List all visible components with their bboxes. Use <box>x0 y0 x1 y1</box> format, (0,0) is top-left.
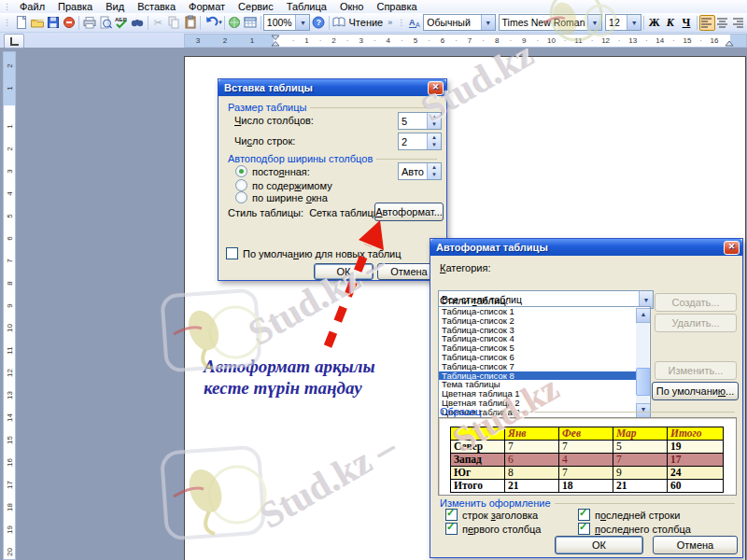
align-center-button[interactable] <box>715 15 731 31</box>
checkbox-checked-icon <box>445 523 458 535</box>
ruler-number: 7 <box>6 256 14 267</box>
scrollbar[interactable]: ▲ ▼ <box>636 308 649 418</box>
cols-spinner[interactable]: 5 ▲▼ <box>398 112 442 130</box>
default-for-new-tables-checkbox[interactable]: По умолчанию для новых таблиц <box>226 247 402 259</box>
zoom-combobox[interactable]: 100% ▼ <box>263 14 311 31</box>
styles-pane-icon[interactable]: АА <box>407 15 423 31</box>
menu-item[interactable]: Правка <box>51 1 99 13</box>
create-button[interactable]: Создать... <box>655 293 737 312</box>
v-ruler[interactable]: 211234567891011121314151617181920 <box>3 51 16 560</box>
print-preview-icon[interactable] <box>98 15 114 31</box>
checkbox-checked-icon <box>445 509 458 521</box>
spinner-arrows-icon[interactable]: ▲▼ <box>427 133 441 149</box>
ruler-number: 7 <box>468 35 472 47</box>
checkbox-checked-icon <box>578 523 590 535</box>
ruler-number: · <box>374 35 376 47</box>
h-ruler[interactable]: 3211·2·3·4·5·6·7·8·9·10·11·12·13·14·15·1… <box>184 34 747 48</box>
style-value: Обычный <box>427 17 470 28</box>
radio-fixed-width[interactable]: постоянная: <box>235 165 310 177</box>
autoformat-dialog-titlebar[interactable]: Автоформат таблицы ✕ <box>430 239 742 256</box>
ruler-number: · <box>564 35 567 47</box>
copy-icon[interactable] <box>166 15 182 31</box>
font-combobox[interactable]: Times New Roman ▼ <box>499 14 602 31</box>
right-indent-marker[interactable] <box>725 39 735 47</box>
italic-button[interactable]: К <box>662 15 678 31</box>
format-checkbox[interactable]: строк заголовка <box>445 509 578 522</box>
format-checkbox[interactable]: последней строки <box>578 509 726 522</box>
chevron-down-icon[interactable]: ▼ <box>295 15 309 30</box>
radio-autofit-contents[interactable]: по содержимому <box>235 179 332 191</box>
ruler-number: 4 <box>387 35 390 47</box>
styles-label: Стили таблиц: <box>440 295 509 306</box>
undo-icon[interactable] <box>203 15 218 31</box>
tab-selector-button[interactable] <box>4 34 24 49</box>
read-mode-label[interactable]: Чтение <box>346 17 387 28</box>
permission-icon[interactable] <box>61 15 77 31</box>
underline-button[interactable]: Ч <box>678 15 694 31</box>
spelling-icon[interactable]: АБВ <box>114 15 130 31</box>
save-icon[interactable] <box>45 15 61 31</box>
insert-table-dialog: Вставка таблицы ✕ Размер таблицы Число с… <box>218 78 447 281</box>
spinner-arrows-icon[interactable]: ▲▼ <box>427 163 441 179</box>
modify-button[interactable]: Изменить... <box>655 361 737 380</box>
ruler-number: 1 <box>6 83 14 94</box>
ruler-number: · <box>428 35 430 47</box>
style-combobox[interactable]: Обычный ▼ <box>423 14 495 31</box>
spinner-arrows-icon[interactable]: ▲▼ <box>427 113 441 129</box>
read-mode-icon[interactable] <box>331 15 346 31</box>
cut-icon[interactable]: ✂ <box>150 15 166 31</box>
research-icon[interactable] <box>130 15 146 31</box>
scrollbar-thumb[interactable] <box>636 368 651 396</box>
toolbar-options-icon[interactable]: » <box>386 18 394 27</box>
bold-button[interactable]: Ж <box>646 15 662 31</box>
paste-icon[interactable] <box>182 15 198 31</box>
indent-marker[interactable] <box>271 35 281 47</box>
ruler-number: 10 <box>547 35 556 47</box>
menu-item[interactable]: Вид <box>99 1 131 13</box>
menu-item[interactable]: Файл <box>13 1 51 13</box>
ok-button[interactable]: ОК <box>314 263 374 280</box>
menu-item[interactable]: Справка <box>370 1 423 13</box>
svg-text:?: ? <box>317 18 322 27</box>
align-right-button[interactable] <box>731 15 747 31</box>
help-icon[interactable]: ? <box>310 15 326 31</box>
insert-dialog-titlebar[interactable]: Вставка таблицы ✕ <box>218 79 446 96</box>
close-icon[interactable]: ✕ <box>428 81 444 95</box>
sample-table: ЯнвФевМарИтогоСевер77519Запад64717Юг8792… <box>450 427 724 493</box>
chevron-down-icon[interactable]: ▼ <box>481 15 495 30</box>
align-left-button[interactable] <box>699 15 715 31</box>
chevron-down-icon[interactable]: ▼ <box>627 15 641 30</box>
category-label: Категория: <box>440 262 491 273</box>
menu-item[interactable]: Таблица <box>280 1 333 13</box>
rows-spinner[interactable]: 2 ▲▼ <box>398 133 442 150</box>
font-size-combobox[interactable]: 12 ▼ <box>605 14 641 31</box>
cancel-button[interactable]: Отмена <box>653 536 738 554</box>
insert-dialog-title: Вставка таблицы <box>224 82 313 93</box>
drawing-icon[interactable] <box>227 15 243 31</box>
new-document-icon[interactable] <box>13 15 29 31</box>
autoformat-button[interactable]: Автоформат... <box>374 203 444 221</box>
radio-autofit-window[interactable]: по ширине окна <box>235 191 328 203</box>
format-checkbox[interactable]: последнего столбца <box>578 523 726 536</box>
toolbar-grip: ⋮ <box>394 18 407 27</box>
insert-table-icon[interactable] <box>243 15 259 31</box>
menu-item[interactable]: Сервис <box>232 1 280 13</box>
ruler-number: 20 <box>6 547 14 558</box>
default-button[interactable]: По умолчанию... <box>652 382 739 400</box>
menu-item[interactable]: Окно <box>333 1 371 13</box>
format-checkbox[interactable]: первого столбца <box>445 523 578 536</box>
ruler-number: 16 <box>6 457 14 469</box>
menu-item[interactable]: Формат <box>182 1 232 13</box>
chevron-down-icon[interactable]: ▼ <box>587 15 601 30</box>
undo-dropdown-icon[interactable]: ▾ <box>218 19 222 26</box>
delete-button[interactable]: Удалить... <box>655 314 737 332</box>
close-icon[interactable]: ✕ <box>724 241 740 255</box>
table-styles-listbox[interactable]: Таблица-список 1Таблица-список 2Таблица-… <box>438 306 651 420</box>
print-icon[interactable] <box>81 15 97 31</box>
fixed-width-spinner[interactable]: Авто ▲▼ <box>398 162 442 180</box>
scroll-up-icon[interactable]: ▲ <box>636 308 651 323</box>
open-icon[interactable] <box>29 15 45 31</box>
menu-item[interactable]: Вставка <box>131 1 182 13</box>
cols-value: 5 <box>402 116 407 127</box>
ok-button[interactable]: ОК <box>555 536 643 554</box>
